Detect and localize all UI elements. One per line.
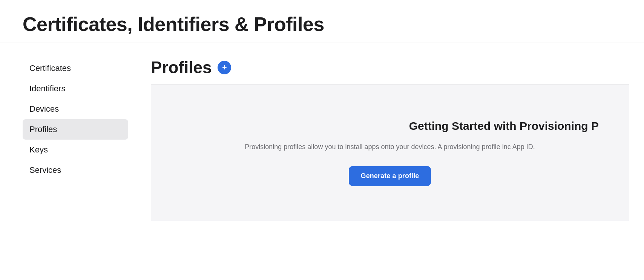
page-header: Certificates, Identifiers & Profiles (0, 0, 644, 43)
sidebar-nav: Certificates Identifiers Devices Profile… (23, 58, 128, 180)
getting-started-description: Provisioning profiles allow you to insta… (245, 142, 535, 152)
content-area: Profiles + Getting Started with Provisio… (136, 58, 644, 236)
sidebar-item-profiles[interactable]: Profiles (23, 119, 128, 140)
sidebar-item-keys[interactable]: Keys (23, 140, 128, 160)
sidebar-item-devices[interactable]: Devices (23, 99, 128, 119)
sidebar-item-identifiers[interactable]: Identifiers (23, 78, 128, 99)
section-title: Profiles (151, 58, 212, 77)
content-body: Getting Started with Provisioning P Prov… (151, 85, 629, 221)
generate-profile-button[interactable]: Generate a profile (349, 166, 431, 186)
plus-icon: + (222, 63, 227, 72)
add-profile-button[interactable]: + (218, 61, 231, 74)
sidebar-item-certificates[interactable]: Certificates (23, 58, 128, 78)
content-header: Profiles + (151, 58, 629, 85)
sidebar: Certificates Identifiers Devices Profile… (0, 58, 136, 236)
sidebar-item-services[interactable]: Services (23, 160, 128, 180)
main-layout: Certificates Identifiers Devices Profile… (0, 43, 644, 236)
page-title: Certificates, Identifiers & Profiles (23, 14, 621, 35)
getting-started-title: Getting Started with Provisioning P (409, 120, 599, 132)
